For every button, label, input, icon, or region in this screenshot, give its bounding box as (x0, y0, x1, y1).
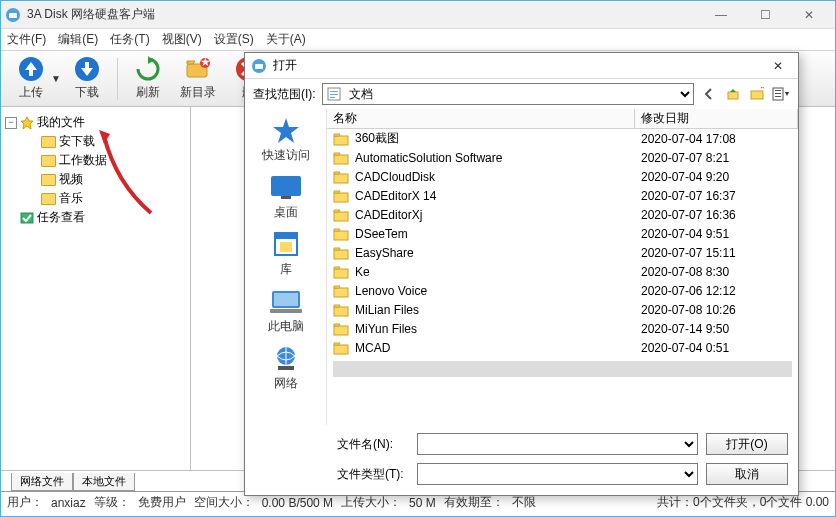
minimize-button[interactable]: — (699, 2, 743, 28)
cancel-button[interactable]: 取消 (706, 463, 788, 485)
column-name[interactable]: 名称 (327, 109, 635, 128)
places-bar: 快速访问 桌面 库 此电脑 网络 (245, 109, 327, 425)
quick-icon (271, 116, 301, 144)
file-row[interactable]: MCAD2020-07-04 0:51 (327, 338, 798, 357)
upload-button[interactable]: 上传 (7, 56, 55, 101)
app-icon (5, 7, 21, 23)
status-summary: 共计：0个文件夹，0个文件 0.00 (657, 494, 829, 511)
place-network[interactable]: 网络 (250, 343, 322, 392)
folder-icon (333, 265, 349, 279)
window-close-button[interactable]: ✕ (787, 2, 831, 28)
file-row[interactable]: AutomaticSolution Software2020-07-07 8:2… (327, 148, 798, 167)
desktop-icon (269, 174, 303, 200)
svg-rect-28 (274, 293, 298, 306)
open-dialog: 打开 ✕ 查找范围(I): 文档 * 快速访问 桌面 库 (244, 52, 799, 496)
folder-icon (333, 132, 349, 146)
upload-dropdown-icon[interactable]: ▼ (51, 73, 61, 84)
svg-rect-20 (775, 93, 781, 94)
svg-rect-39 (334, 269, 348, 278)
menu-about[interactable]: 关于(A) (266, 31, 306, 48)
menu-edit[interactable]: 编辑(E) (58, 31, 98, 48)
lookin-select[interactable]: 文档 (322, 83, 694, 105)
folder-icon (333, 151, 349, 165)
svg-rect-14 (330, 97, 335, 98)
folder-icon (333, 189, 349, 203)
folder-icon (333, 246, 349, 260)
svg-rect-38 (334, 250, 348, 259)
svg-rect-37 (334, 231, 348, 240)
file-row[interactable]: MiLian Files2020-07-08 10:26 (327, 300, 798, 319)
status-expire: 不限 (512, 494, 536, 511)
refresh-button[interactable]: 刷新 (124, 56, 172, 101)
tab-local-files[interactable]: 本地文件 (73, 473, 135, 491)
file-row[interactable]: EasyShare2020-07-07 15:11 (327, 243, 798, 262)
newdir-button[interactable]: ★ 新目录 (174, 56, 222, 101)
svg-text:*: * (760, 87, 764, 96)
place-desktop[interactable]: 桌面 (250, 172, 322, 221)
menu-view[interactable]: 视图(V) (162, 31, 202, 48)
tree-child-2[interactable]: 视频 (5, 170, 186, 189)
filetype-select[interactable] (417, 463, 698, 485)
svg-rect-26 (280, 242, 292, 252)
title-bar: 3A Disk 网络硬盘客户端 — ☐ ✕ (1, 1, 835, 29)
maximize-button[interactable]: ☐ (743, 2, 787, 28)
file-row[interactable]: CADEditorX 142020-07-07 16:37 (327, 186, 798, 205)
download-button[interactable]: 下载 (63, 56, 111, 101)
back-icon[interactable] (700, 85, 718, 103)
newfolder-nav-icon[interactable]: * (748, 85, 766, 103)
status-upload: 50 M (409, 496, 436, 510)
file-row[interactable]: Lenovo Voice2020-07-06 12:12 (327, 281, 798, 300)
upload-icon (18, 56, 44, 82)
svg-rect-43 (334, 345, 348, 354)
file-list: 名称 修改日期 360截图2020-07-04 17:08AutomaticSo… (327, 109, 798, 425)
svg-rect-22 (271, 176, 301, 196)
lookin-row: 查找范围(I): 文档 * (245, 79, 798, 109)
newfolder-icon: ★ (185, 56, 211, 82)
menu-settings[interactable]: 设置(S) (214, 31, 254, 48)
folder-icon (41, 193, 56, 205)
menu-task[interactable]: 任务(T) (110, 31, 149, 48)
filename-label: 文件名(N): (337, 436, 409, 453)
folder-icon (333, 284, 349, 298)
folder-icon (333, 303, 349, 317)
file-row[interactable]: 360截图2020-07-04 17:08 (327, 129, 798, 148)
lookin-label: 查找范围(I): (253, 86, 316, 103)
refresh-icon (135, 56, 161, 82)
file-list-body[interactable]: 360截图2020-07-04 17:08AutomaticSolution S… (327, 129, 798, 425)
place-quick[interactable]: 快速访问 (250, 115, 322, 164)
folder-icon (41, 155, 56, 167)
tasks-icon (20, 211, 34, 225)
folder-icon (333, 170, 349, 184)
place-thispc[interactable]: 此电脑 (250, 286, 322, 335)
svg-rect-10 (255, 64, 263, 69)
tree-tasks[interactable]: 任务查看 (5, 208, 186, 227)
menu-file[interactable]: 文件(F) (7, 31, 46, 48)
tree-child-1[interactable]: 工作数据 (5, 151, 186, 170)
tree-root-myfiles[interactable]: − 我的文件 (5, 113, 186, 132)
tree-child-3[interactable]: 音乐 (5, 189, 186, 208)
svg-rect-35 (334, 193, 348, 202)
svg-rect-32 (334, 136, 348, 145)
menu-bar: 文件(F) 编辑(E) 任务(T) 视图(V) 设置(S) 关于(A) (1, 29, 835, 51)
folder-tree: − 我的文件 安下载 工作数据 视频 音乐 任务查看 (1, 107, 191, 470)
collapse-icon[interactable]: − (5, 117, 17, 129)
tab-network-files[interactable]: 网络文件 (11, 473, 73, 491)
svg-rect-40 (334, 288, 348, 297)
window-title: 3A Disk 网络硬盘客户端 (27, 6, 699, 23)
place-libraries[interactable]: 库 (250, 229, 322, 278)
tree-child-0[interactable]: 安下载 (5, 132, 186, 151)
svg-rect-23 (281, 196, 291, 199)
open-button[interactable]: 打开(O) (706, 433, 788, 455)
file-row[interactable]: DSeeTem2020-07-04 9:51 (327, 224, 798, 243)
column-date[interactable]: 修改日期 (635, 109, 798, 128)
file-row[interactable]: MiYun Files2020-07-14 9:50 (327, 319, 798, 338)
dialog-close-button[interactable]: ✕ (764, 56, 792, 76)
viewmode-icon[interactable] (772, 85, 790, 103)
file-row[interactable]: CADCloudDisk2020-07-04 9:20 (327, 167, 798, 186)
folder-icon (41, 174, 56, 186)
filename-input[interactable] (417, 433, 698, 455)
up-icon[interactable] (724, 85, 742, 103)
file-row[interactable]: Ke2020-07-08 8:30 (327, 262, 798, 281)
status-level: 免费用户 (138, 494, 186, 511)
file-row[interactable]: CADEditorXj2020-07-07 16:36 (327, 205, 798, 224)
